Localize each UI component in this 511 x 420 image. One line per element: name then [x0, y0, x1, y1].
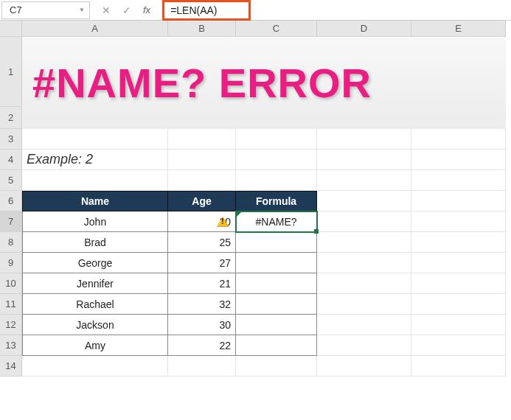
cell-B8[interactable]: 25 [168, 232, 236, 253]
formula-input-wrap: =LEN(AA) [162, 0, 511, 21]
cell-A12[interactable]: Jackson [22, 315, 168, 335]
banner-cell[interactable]: #NAME? ERROR [22, 37, 506, 129]
error-flag-icon [236, 211, 242, 217]
table-header-formula[interactable]: Formula [236, 191, 317, 211]
cell-D5[interactable] [317, 170, 411, 191]
cell-C9[interactable] [236, 253, 317, 273]
formula-controls: ✕ ✓ fx [90, 4, 162, 16]
cell-D11[interactable] [317, 294, 411, 315]
cell-A8[interactable]: Brad [22, 232, 168, 253]
cell-B4[interactable] [168, 150, 236, 170]
name-box[interactable]: C7 ▼ [1, 1, 90, 19]
col-header-E[interactable]: E [411, 21, 506, 37]
row-header-9[interactable]: 9 [0, 253, 22, 273]
cell-A13[interactable]: Amy [22, 335, 168, 356]
row-headers: 1 2 3 4 5 6 7 8 9 10 11 12 13 14 [0, 37, 22, 377]
cell-A7[interactable]: John [22, 211, 168, 232]
cell-B10[interactable]: 21 [168, 273, 236, 294]
spreadsheet-grid: A B C D E 1 2 3 4 5 6 7 8 9 10 11 12 13 … [0, 21, 511, 377]
cell-B11[interactable]: 32 [168, 294, 236, 315]
grid-rows: 1 2 3 4 5 6 7 8 9 10 11 12 13 14 #NAME? … [0, 37, 511, 377]
cell-B9[interactable]: 27 [168, 253, 236, 273]
fx-icon[interactable]: fx [143, 4, 150, 15]
cell-E8[interactable] [411, 232, 506, 253]
cell-C3[interactable] [236, 129, 317, 150]
cell-E4[interactable] [411, 150, 506, 170]
cell-C5[interactable] [236, 170, 317, 191]
cell-D9[interactable] [317, 253, 411, 273]
row-header-7[interactable]: 7 [0, 211, 22, 232]
formula-input[interactable]: =LEN(AA) [162, 0, 251, 21]
cell-B13[interactable]: 22 [168, 335, 236, 356]
cell-C12[interactable] [236, 315, 317, 335]
cell-A3[interactable] [22, 129, 168, 150]
cell-D13[interactable] [317, 335, 411, 356]
column-headers: A B C D E [0, 21, 511, 37]
cell-C11[interactable] [236, 294, 317, 315]
cell-C8[interactable] [236, 232, 317, 253]
cell-E10[interactable] [411, 273, 506, 294]
cell-C7-value: #NAME? [255, 216, 296, 228]
col-header-D[interactable]: D [317, 21, 411, 37]
chevron-down-icon[interactable]: ▼ [79, 7, 85, 13]
cell-E11[interactable] [411, 294, 506, 315]
table-header-age[interactable]: Age [168, 191, 236, 211]
cell-B14[interactable] [168, 356, 236, 377]
cell-D14[interactable] [317, 356, 411, 377]
cell-E7[interactable] [411, 211, 506, 232]
cell-E3[interactable] [411, 129, 506, 150]
warning-triangle-icon: ! [217, 217, 229, 227]
select-all-corner[interactable] [0, 21, 22, 37]
cell-E12[interactable] [411, 315, 506, 335]
table-header-name[interactable]: Name [22, 191, 168, 211]
row-header-5[interactable]: 5 [0, 170, 22, 191]
cell-E9[interactable] [411, 253, 506, 273]
row-header-1[interactable]: 1 [0, 37, 22, 107]
row-header-8[interactable]: 8 [0, 232, 22, 253]
cell-C10[interactable] [236, 273, 317, 294]
cell-B3[interactable] [168, 129, 236, 150]
row-header-14[interactable]: 14 [0, 356, 22, 377]
cell-E13[interactable] [411, 335, 506, 356]
cell-E14[interactable] [411, 356, 506, 377]
row-header-12[interactable]: 12 [0, 315, 22, 335]
row-header-4[interactable]: 4 [0, 150, 22, 170]
confirm-formula-icon[interactable]: ✓ [122, 4, 131, 16]
formula-bar: C7 ▼ ✕ ✓ fx =LEN(AA) [0, 0, 511, 21]
cell-A14[interactable] [22, 356, 168, 377]
cell-D6[interactable] [317, 191, 411, 211]
cell-E6[interactable] [411, 191, 506, 211]
cell-C13[interactable] [236, 335, 317, 356]
row-header-11[interactable]: 11 [0, 294, 22, 315]
col-header-A[interactable]: A [22, 21, 168, 37]
cell-B12[interactable]: 30 [168, 315, 236, 335]
cell-A9[interactable]: George [22, 253, 168, 273]
banner-title: #NAME? ERROR [22, 48, 494, 118]
col-header-B[interactable]: B [168, 21, 236, 37]
cell-D8[interactable] [317, 232, 411, 253]
cell-C14[interactable] [236, 356, 317, 377]
cells-area: #NAME? ERROR Example: 2 [22, 37, 511, 377]
cell-A4[interactable]: Example: 2 [22, 150, 168, 170]
cell-D10[interactable] [317, 273, 411, 294]
cell-D4[interactable] [317, 150, 411, 170]
cell-B5[interactable] [168, 170, 236, 191]
cell-D3[interactable] [317, 129, 411, 150]
row-header-6[interactable]: 6 [0, 191, 22, 211]
cell-C7[interactable]: ! #NAME? [236, 211, 317, 232]
name-box-value: C7 [10, 4, 22, 15]
cell-A5[interactable] [22, 170, 168, 191]
cell-A11[interactable]: Rachael [22, 294, 168, 315]
row-header-2[interactable]: 2 [0, 107, 22, 129]
cell-A10[interactable]: Jennifer [22, 273, 168, 294]
row-header-10[interactable]: 10 [0, 273, 22, 294]
cell-D7[interactable] [317, 211, 411, 232]
row-header-13[interactable]: 13 [0, 335, 22, 356]
row-header-3[interactable]: 3 [0, 129, 22, 150]
cell-E5[interactable] [411, 170, 506, 191]
cancel-formula-icon[interactable]: ✕ [102, 4, 111, 16]
col-header-C[interactable]: C [236, 21, 317, 37]
cell-C4[interactable] [236, 150, 317, 170]
cell-D12[interactable] [317, 315, 411, 335]
error-warning-button[interactable]: ! [215, 214, 230, 229]
